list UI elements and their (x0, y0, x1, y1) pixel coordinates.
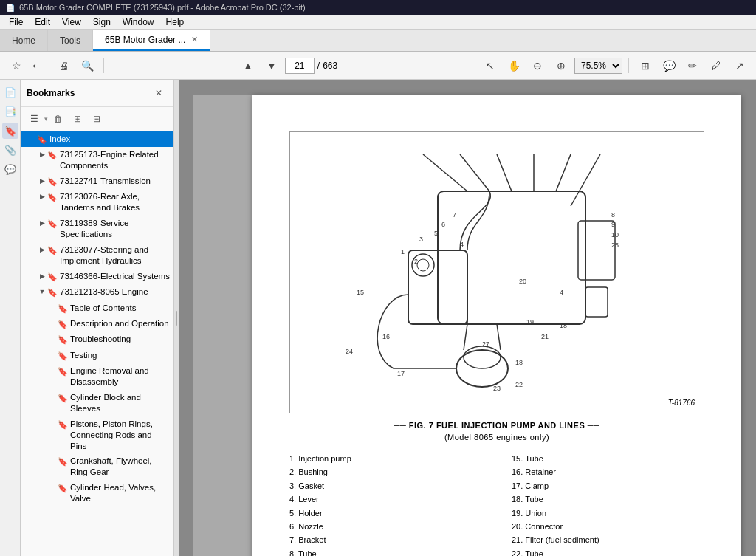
bookmark-icon-service-spec: 🔖 (47, 219, 58, 229)
part-3: 3. Gasket (289, 481, 482, 492)
svg-text:17: 17 (397, 370, 405, 377)
svg-text:4: 4 (560, 289, 563, 296)
left-icon-page[interactable]: 📄 (2, 84, 18, 100)
svg-line-6 (556, 154, 571, 191)
toolbar-separator-1 (103, 58, 104, 73)
bookmark-electrical[interactable]: 🔖 73146366-Electrical Systems (21, 269, 173, 284)
bookmark-label-toc: Table of Contents (68, 303, 171, 314)
bookmark-icon-index: 🔖 (37, 134, 47, 145)
bookmark-cyl-head[interactable]: 🔖 Cylinder Head, Valves, Valve (21, 480, 173, 507)
bookmark-engine-8065[interactable]: 🔖 73121213-8065 Engine (21, 284, 173, 300)
bookmark-icon-rear-axle: 🔖 (47, 192, 58, 202)
left-icon-attachments[interactable]: 📎 (2, 142, 18, 158)
bookmark-icon-eng-related: 🔖 (47, 150, 58, 160)
expand-icon-transmission (37, 177, 47, 186)
bookmark-icon-transmission: 🔖 (47, 176, 58, 187)
bookmark-label-cyl-block: Cylinder Block and Sleeves (68, 392, 171, 414)
bookmark-crankshaft[interactable]: 🔖 Crankshaft, Flywheel, Ring Gear (21, 453, 173, 480)
zoom-out-button[interactable]: ⊖ (527, 55, 548, 76)
svg-text:10: 10 (611, 231, 619, 238)
svg-text:4: 4 (460, 241, 464, 248)
menu-file[interactable]: File (3, 15, 29, 29)
bookmark-toc[interactable]: 🔖 Table of Contents (21, 301, 173, 316)
menu-window[interactable]: Window (117, 15, 160, 29)
part-22: 22. Tube (512, 549, 704, 556)
tab-doc[interactable]: 65B Motor Grader ... ✕ (93, 30, 210, 51)
left-icon-layers[interactable]: 📑 (2, 103, 18, 120)
document-page: 1 2 3 4 5 6 7 8 9 10 25 15 16 17 18 19 4 (252, 95, 741, 556)
markup-button[interactable]: 🖊 (706, 55, 726, 76)
comment-button[interactable]: ✏ (682, 55, 703, 76)
bookmark-label-index: Index (47, 134, 171, 145)
parts-col-right: 15. Tube 16. Retainer 17. Clamp 18. Tube… (512, 453, 704, 556)
bookmark-list: 🔖 Index 🔖 73125173-Engine Related Compon… (21, 131, 173, 556)
sidebar-expand-button[interactable]: ⊞ (69, 110, 86, 128)
bookmark-label-electrical: 73146366-Electrical Systems (58, 271, 171, 282)
resize-dot (176, 311, 177, 326)
svg-line-2 (423, 154, 467, 191)
bookmark-desc-op[interactable]: 🔖 Description and Operation (21, 316, 173, 332)
bookmark-cyl-block[interactable]: 🔖 Cylinder Block and Sleeves (21, 390, 173, 416)
left-icon-comment[interactable]: 💬 (2, 161, 18, 177)
bookmark-steering[interactable]: 🔖 73123077-Steering and Implement Hydrau… (21, 242, 173, 269)
bookmark-rear-axle[interactable]: 🔖 73123076-Rear Axle, Tandems and Brakes (21, 189, 173, 216)
bookmark-transmission[interactable]: 🔖 73122741-Transmission (21, 174, 173, 189)
svg-line-10 (464, 324, 467, 350)
print-button[interactable]: 🖨 (53, 55, 74, 76)
bookmark-icon-pistons: 🔖 (58, 419, 68, 430)
bookmark-label-desc-op: Description and Operation (68, 318, 171, 329)
expand-icon-service-spec (37, 219, 47, 228)
zoom-select[interactable]: 75.5% 50% 100% 125% 150% (574, 58, 622, 74)
menu-help[interactable]: Help (160, 15, 190, 29)
sidebar-delete-button[interactable]: 🗑 (49, 110, 67, 128)
document-area[interactable]: 1 2 3 4 5 6 7 8 9 10 25 15 16 17 18 19 4 (179, 80, 756, 556)
menu-view[interactable]: View (56, 15, 87, 29)
bookmark-testing[interactable]: 🔖 Testing (21, 348, 173, 363)
bookmark-eng-related[interactable]: 🔖 73125173-Engine Related Components (21, 147, 173, 174)
left-panel: 📄 📑 🔖 📎 💬 (0, 80, 21, 556)
main-layout: 📄 📑 🔖 📎 💬 Bookmarks ✕ ☰ ▾ 🗑 ⊞ ⊟ 🔖 Index (0, 80, 756, 556)
sidebar-close-button[interactable]: ✕ (150, 84, 168, 102)
bookmark-button[interactable]: ☆ (6, 55, 27, 76)
tab-close-button[interactable]: ✕ (191, 35, 198, 44)
view-button[interactable]: ⊞ (635, 55, 656, 76)
svg-text:8: 8 (611, 211, 615, 219)
svg-text:20: 20 (519, 278, 526, 285)
cursor-tool[interactable]: ↖ (480, 55, 501, 76)
bookmark-label-service-spec: 73119389-Service Specifications (58, 218, 171, 240)
search-button[interactable]: 🔍 (77, 55, 97, 76)
annotation-button[interactable]: 💬 (659, 55, 679, 76)
bookmark-troubleshoot[interactable]: 🔖 Troubleshooting (21, 332, 173, 347)
tab-tools[interactable]: Tools (48, 30, 93, 51)
bookmark-icon-toc: 🔖 (58, 303, 68, 314)
tab-home[interactable]: Home (0, 30, 48, 51)
figure-caption: ── FIG. 7 FUEL INJECTION PUMP AND LINES … (289, 421, 704, 430)
bookmark-service-spec[interactable]: 🔖 73119389-Service Specifications (21, 216, 173, 242)
bookmark-index[interactable]: 🔖 Index (21, 131, 173, 147)
bookmark-eng-removal[interactable]: 🔖 Engine Removal and Disassembly (21, 363, 173, 390)
bookmark-label-eng-related: 73125173-Engine Related Components (58, 149, 171, 171)
svg-rect-14 (578, 221, 615, 280)
bookmark-label-pistons: Pistons, Piston Rings, Connecting Rods a… (68, 419, 171, 452)
left-icon-bookmarks[interactable]: 🔖 (2, 123, 18, 139)
menu-edit[interactable]: Edit (29, 15, 56, 29)
bookmark-icon-engine-8065: 🔖 (47, 287, 58, 298)
share-button[interactable]: ↗ (729, 55, 750, 76)
sidebar-collapse-button[interactable]: ⊟ (88, 110, 106, 128)
hand-tool[interactable]: ✋ (504, 55, 524, 76)
bookmark-pistons[interactable]: 🔖 Pistons, Piston Rings, Connecting Rods… (21, 416, 173, 454)
menu-sign[interactable]: Sign (87, 15, 117, 29)
prev-page-button[interactable]: ▲ (238, 55, 258, 76)
expand-icon-electrical (37, 272, 47, 281)
part-8: 8. Tube (289, 549, 482, 556)
part-17: 17. Clamp (512, 481, 704, 492)
zoom-in-button[interactable]: ⊕ (551, 55, 571, 76)
next-page-button[interactable]: ▼ (261, 55, 282, 76)
bookmark-label-crankshaft: Crankshaft, Flywheel, Ring Gear (68, 456, 171, 478)
sidebar-menu-button[interactable]: ☰ (25, 110, 43, 128)
toolbar: ☆ ⟵ 🖨 🔍 ▲ ▼ / 663 ↖ ✋ ⊖ ⊕ 75.5% 50% 100%… (0, 52, 756, 80)
bookmark-icon-testing: 🔖 (58, 351, 68, 361)
sidebar: Bookmarks ✕ ☰ ▾ 🗑 ⊞ ⊟ 🔖 Index 🔖 73125173… (21, 80, 174, 556)
page-number-input[interactable] (285, 58, 315, 74)
back-button[interactable]: ⟵ (30, 55, 50, 76)
